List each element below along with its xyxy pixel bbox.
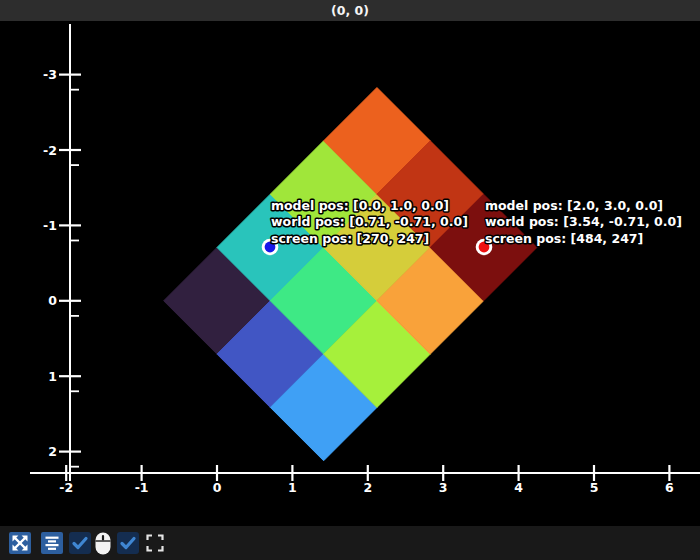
align-lines-icon [41, 532, 63, 554]
y-tick-label: 1 [48, 369, 57, 384]
title-bar: (0, 0) [0, 0, 700, 21]
x-tick-label: 2 [363, 480, 372, 495]
window-title: (0, 0) [331, 3, 369, 18]
annotation-line: world pos: [3.54, -0.71, 0.0] [485, 214, 682, 229]
app-window: (0, 0) -2-10123456-3-2-1012model pos: [0… [0, 0, 700, 560]
checkbox-2[interactable] [117, 532, 139, 554]
y-tick-label: 2 [48, 444, 57, 459]
y-tick-label: 0 [48, 293, 57, 308]
move-arrows-icon [9, 532, 31, 554]
x-tick-label: -1 [135, 480, 149, 495]
checkbox-1[interactable] [69, 532, 91, 554]
annotation-line: model pos: [0.0, 1.0, 0.0] [271, 198, 449, 213]
x-tick-label: 1 [288, 480, 297, 495]
annotation-line: screen pos: [270, 247] [271, 231, 429, 246]
annotation-line: world pos: [0.71, -0.71, 0.0] [271, 214, 468, 229]
x-tick-label: 3 [439, 480, 448, 495]
align-lines-button[interactable] [41, 532, 63, 554]
check-icon [69, 532, 91, 554]
move-arrows-button[interactable] [9, 532, 31, 554]
fullscreen-button[interactable] [145, 533, 165, 553]
mouse-toggle[interactable] [95, 532, 111, 555]
y-tick-label: -1 [43, 218, 57, 233]
check-icon [117, 532, 139, 554]
annotation-line: screen pos: [484, 247] [485, 231, 643, 246]
x-tick-label: 5 [590, 480, 599, 495]
y-tick-label: -2 [43, 143, 57, 158]
x-tick-label: 6 [665, 480, 674, 495]
toolbar [0, 526, 700, 560]
mouse-icon [95, 532, 111, 555]
y-tick-label: -3 [43, 67, 57, 82]
x-tick-label: -2 [59, 480, 73, 495]
x-tick-label: 4 [514, 480, 523, 495]
plot-canvas[interactable]: -2-10123456-3-2-1012model pos: [0.0, 1.0… [0, 0, 700, 560]
x-tick-label: 0 [213, 480, 222, 495]
fullscreen-corners-icon [145, 533, 165, 553]
annotation-line: model pos: [2.0, 3.0, 0.0] [485, 198, 663, 213]
